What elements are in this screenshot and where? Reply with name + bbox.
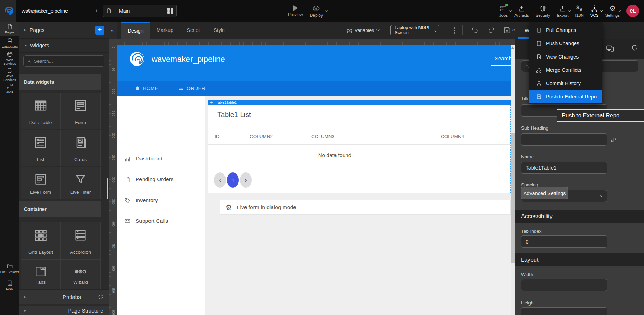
pull-changes-icon <box>536 27 542 33</box>
widget-tile-data-table[interactable]: Data Table <box>21 93 60 129</box>
collapse-panel-button[interactable]: « <box>109 22 117 39</box>
table-column-header[interactable]: COLUMN4 <box>441 134 464 139</box>
table-column-header[interactable]: COLUMN3 <box>311 134 334 139</box>
section-accessibility[interactable]: Accessibility <box>515 210 644 223</box>
widget-tile-list[interactable]: List <box>21 130 60 166</box>
vcs-menu-item-view-changes[interactable]: View Changes <box>529 50 602 63</box>
widget-tile-grid-layout[interactable]: Grid Layout <box>21 222 60 259</box>
widgets-section-header[interactable]: ▾ Widgets <box>19 39 109 53</box>
tab-widget-properties[interactable]: W <box>525 22 529 39</box>
sidebar-item-java-services[interactable]: Java Services <box>0 66 19 82</box>
pagination-prev-button[interactable]: ‹ <box>214 172 226 188</box>
tab-design[interactable]: Design <box>121 22 150 39</box>
expand-panel-button[interactable]: » <box>512 27 515 33</box>
i18n-button[interactable]: A I18N <box>575 4 583 18</box>
device-preview-icon[interactable] <box>606 44 614 53</box>
page-structure-section[interactable]: ▸ Page Structure <box>19 306 109 315</box>
refresh-icon[interactable] <box>98 294 104 300</box>
widget-search-input[interactable] <box>34 59 101 64</box>
list-icon <box>34 136 48 150</box>
vcs-menu-item-push-to-external-repo[interactable]: Push to External Repo <box>529 90 602 103</box>
pages-grid-icon[interactable] <box>167 8 173 14</box>
sidebar-item-databases[interactable]: Databases <box>0 36 19 50</box>
shield-icon[interactable] <box>631 44 638 52</box>
page-tab-main[interactable]: Main <box>103 5 177 17</box>
variables-button[interactable]: {x} Variables <box>347 22 379 39</box>
widget-tile-wizard[interactable]: Wizard <box>61 260 100 289</box>
canvas-scrollbar[interactable] <box>511 45 515 315</box>
widget-tile-cards[interactable]: Cards <box>61 130 100 166</box>
user-avatar[interactable]: CL <box>626 5 639 17</box>
sidebar-item-pages[interactable]: Pages <box>0 22 19 36</box>
app-preview: wavemaker_pipeline Search HOME ORDER Das… <box>117 45 511 315</box>
sidebar-item-apis[interactable]: APIs <box>0 82 19 95</box>
artifacts-button[interactable]: Artifacts <box>514 4 529 18</box>
vcs-dropdown-menu: Pull Changes Push Changes View Changes M… <box>529 22 602 104</box>
more-options-icon[interactable] <box>453 26 456 35</box>
height-field[interactable] <box>521 307 607 315</box>
vcs-menu-item-push-changes[interactable]: Push Changes <box>529 37 602 50</box>
name-field[interactable] <box>521 162 607 174</box>
security-button[interactable]: Security <box>536 4 550 18</box>
save-icon[interactable] <box>503 26 511 34</box>
search-icon <box>27 59 32 63</box>
table-column-header[interactable]: COLUMN2 <box>250 134 273 139</box>
tab-style[interactable]: Style <box>207 22 231 39</box>
vcs-menu-item-pull-changes[interactable]: Pull Changes <box>529 23 602 37</box>
table-widget[interactable]: Table1 List ID COLUMN2 COLUMN3 COLUMN4 N… <box>208 105 511 193</box>
app-nav-inventory[interactable]: Inventory <box>117 194 205 206</box>
app-nav-dashboard[interactable]: Dashboard <box>117 153 205 165</box>
breadcrumb-chevron-icon: › <box>95 6 97 14</box>
subheading-field[interactable] <box>521 133 607 146</box>
design-canvas: 050100150200250300350400450500550600 wav… <box>109 39 511 315</box>
advanced-settings-button[interactable]: Advanced Settings <box>521 187 568 199</box>
live-form-widget[interactable]: ⚙ Live form in dialog mode <box>220 200 511 215</box>
widget-tile-form[interactable]: Form <box>61 93 100 129</box>
wavemaker-logo[interactable] <box>0 0 16 22</box>
tab-script[interactable]: Script <box>180 22 207 39</box>
add-page-button[interactable]: + <box>95 26 104 35</box>
sidebar-item-file-explorer[interactable]: File Explorer <box>0 262 19 279</box>
jobs-caret-icon <box>509 9 512 12</box>
widget-tile-live-filter[interactable]: Live Filter <box>61 167 100 199</box>
widget-selection-bar[interactable]: Table1Table1 <box>208 100 511 105</box>
redo-icon[interactable] <box>487 26 495 34</box>
width-field[interactable] <box>521 279 607 291</box>
scroll-up-icon[interactable] <box>511 46 514 49</box>
prefabs-section[interactable]: ▸ Prefabs <box>19 289 109 304</box>
device-selector[interactable]: Laptop with MDPI Screen <box>390 25 439 35</box>
bind-link-icon[interactable] <box>610 136 617 143</box>
app-nav-order[interactable]: ORDER <box>179 85 205 91</box>
sidebar-item-web-services[interactable]: Web Services <box>0 50 19 66</box>
merge-conflicts-icon <box>536 67 542 73</box>
app-nav-support-calls[interactable]: Support Calls <box>117 215 205 227</box>
widget-tile-live-form[interactable]: Live Form <box>21 167 60 199</box>
pages-panel-header[interactable]: ▸ Pages + <box>19 22 109 39</box>
vcs-button[interactable]: VCS <box>590 4 599 18</box>
tab-markup[interactable]: Markup <box>150 22 180 39</box>
pagination-page-button[interactable]: 1 <box>227 172 239 188</box>
panel-scrollbar[interactable] <box>107 178 108 199</box>
widget-tile-accordion[interactable]: Accordion <box>61 222 100 259</box>
vcs-menu-item-commit-history[interactable]: Commit History <box>529 77 602 90</box>
widget-tile-tabs[interactable]: Tabs <box>21 260 60 289</box>
settings-button[interactable]: ⚙ Settings <box>605 4 620 18</box>
app-nav-pending-orders[interactable]: Pending Orders <box>117 173 205 185</box>
table-column-header[interactable]: ID <box>215 134 220 139</box>
jobs-button[interactable]: Jobs <box>499 4 508 18</box>
deploy-button[interactable]: Deploy <box>310 0 323 22</box>
app-nav-home[interactable]: HOME <box>135 85 158 91</box>
undo-icon[interactable] <box>471 26 479 34</box>
canvas-ruler: 050100150200250300350400450500550600 <box>109 39 116 315</box>
app-search-link[interactable]: Search <box>495 55 511 61</box>
ruler-mark: 600 <box>110 309 115 315</box>
tab-index-field[interactable] <box>521 235 607 248</box>
preview-button[interactable]: Preview <box>288 0 303 22</box>
section-layout[interactable]: Layout <box>515 253 644 266</box>
vcs-menu-item-merge-conflicts[interactable]: Merge Conflicts <box>529 63 602 77</box>
sidebar-item-logs[interactable]: Logs <box>0 279 19 293</box>
scrollbar-thumb[interactable] <box>511 133 515 263</box>
breadcrumb: Project: wavemaker_pipeline <box>22 0 68 22</box>
export-button[interactable]: Export <box>557 4 568 18</box>
pagination-next-button[interactable]: › <box>240 172 252 188</box>
